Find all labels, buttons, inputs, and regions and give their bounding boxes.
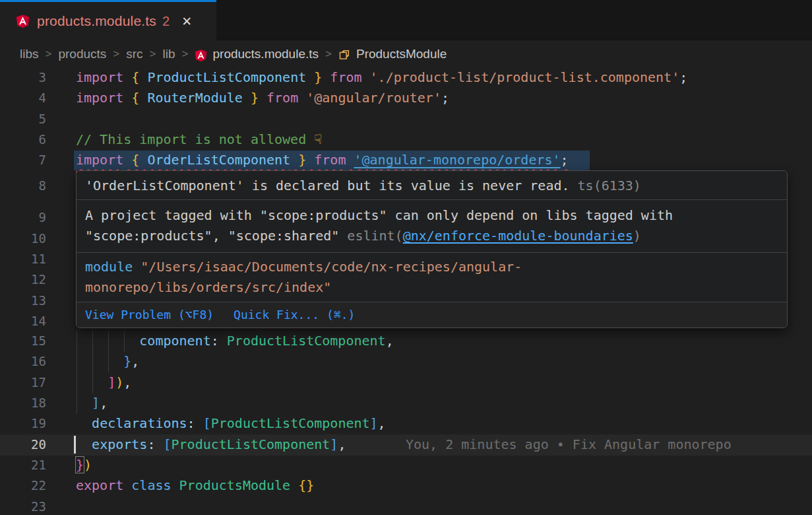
line-number-15: 15: [0, 331, 46, 352]
token: from: [266, 90, 298, 106]
code-line-22[interactable]: 22export class ProductsModule {}: [0, 475, 812, 497]
code-line-20[interactable]: 20 exports: [ProductListComponent],You, …: [0, 434, 812, 456]
line-number-6: 6: [0, 129, 46, 151]
code-text[interactable]: },: [76, 351, 139, 372]
breadcrumb-separator: >: [325, 48, 332, 61]
token: [322, 69, 330, 85]
line-number-13: 13: [0, 291, 46, 312]
breadcrumb-item-libs[interactable]: libs: [20, 47, 39, 61]
angular-icon: [195, 49, 207, 62]
code-line-19[interactable]: 19 declarations: [ProductListComponent],: [0, 413, 812, 434]
code-text[interactable]: }): [76, 455, 92, 475]
token: [306, 69, 314, 85]
code-text[interactable]: ]),: [76, 372, 131, 393]
token: '@angular-monorepo/orders': [354, 152, 561, 168]
code-text[interactable]: ],: [76, 393, 108, 413]
token: [133, 259, 141, 275]
token: }: [251, 90, 259, 106]
breadcrumb-separator: >: [150, 48, 156, 61]
token: "/Users/isaac/Documents/code/nx-recipes/…: [141, 259, 522, 275]
token: }: [298, 152, 306, 168]
code-line-21[interactable]: 21}): [0, 455, 812, 476]
token: import: [76, 90, 123, 106]
code-line-18[interactable]: 18 ],: [0, 393, 812, 414]
hover-action-quick-fix[interactable]: Quick Fix... (⌘.): [234, 304, 355, 325]
token: :: [187, 415, 195, 431]
vscode-window: products.module.ts 2 ✕ libs>products>src…: [0, 0, 812, 515]
token: ): [633, 228, 641, 244]
token: ): [115, 374, 123, 390]
line-number-10: 10: [0, 228, 46, 250]
angular-icon: [16, 14, 30, 28]
token: [76, 374, 108, 390]
token: [362, 69, 370, 85]
code-line-17[interactable]: 17 ]),: [0, 372, 812, 394]
code-text[interactable]: // This import is not allowed ☟: [76, 129, 322, 150]
hover-action-view-problem[interactable]: View Problem (⌥F8): [85, 304, 214, 325]
token: [123, 152, 131, 168]
token: [123, 90, 131, 106]
breadcrumb-item-src[interactable]: src: [126, 47, 142, 61]
token: }: [314, 69, 322, 85]
code-text[interactable]: declarations: [ProductListComponent],: [76, 413, 386, 434]
token: [76, 415, 92, 431]
code-text[interactable]: exports: [ProductListComponent],: [76, 434, 346, 455]
code-line-7[interactable]: 7import { OrderListComponent } from '@an…: [0, 150, 812, 171]
line-number-11: 11: [0, 249, 46, 270]
token: ,: [338, 436, 346, 452]
token: RouterModule: [147, 90, 243, 106]
token: ProductListComponent: [172, 436, 330, 452]
token: [139, 90, 147, 106]
token: [172, 477, 179, 493]
token: {: [131, 69, 139, 85]
hover-rule-link[interactable]: @nx/enforce-module-boundaries: [403, 228, 633, 244]
breadcrumb-item-products[interactable]: products: [58, 47, 106, 61]
hover-message-eslint: A project tagged with "scope:products" c…: [77, 200, 787, 253]
line-number-3: 3: [0, 67, 46, 88]
code-line-3[interactable]: 3import { ProductListComponent } from '.…: [0, 67, 812, 88]
token: 'OrderListComponent' is declared but its…: [85, 178, 578, 193]
token: [76, 436, 92, 452]
token: [76, 353, 123, 369]
token: [76, 395, 92, 411]
breadcrumb-item-products-module-ts[interactable]: products.module.ts: [212, 47, 319, 61]
code-line-23[interactable]: 23: [0, 497, 812, 515]
tab-title: products.module.ts: [37, 13, 156, 29]
breadcrumb-separator: >: [46, 48, 52, 61]
token: [219, 333, 227, 349]
breadcrumb-item-productsmodule[interactable]: ProductsModule: [356, 47, 447, 61]
tab-close-icon[interactable]: ✕: [181, 14, 192, 29]
code-line-5[interactable]: 5: [0, 109, 812, 130]
code-text[interactable]: export class ProductsModule {}: [76, 475, 314, 496]
breadcrumb: libs>products>src>lib>products.module.ts…: [0, 41, 812, 67]
code-line-15[interactable]: 15 component: ProductListComponent,: [0, 331, 812, 352]
hover-line: 'OrderListComponent' is declared but its…: [85, 176, 787, 196]
git-blame-annotation: You, 2 minutes ago • Fix Angular monorep…: [406, 434, 732, 455]
token: }: [123, 353, 131, 369]
token: ProductListComponent: [227, 333, 386, 349]
token: ;: [679, 69, 687, 85]
code-line-6[interactable]: 6// This import is not allowed ☟: [0, 129, 812, 151]
hover-status-bar: View Problem (⌥F8)Quick Fix... (⌘.): [77, 302, 787, 327]
hover-line: A project tagged with "scope:products" c…: [85, 205, 787, 226]
tab-products-module[interactable]: products.module.ts 2 ✕: [0, 0, 216, 40]
code-text[interactable]: import { ProductListComponent } from './…: [76, 67, 687, 88]
code-text[interactable]: component: ProductListComponent,: [76, 331, 394, 351]
code-line-16[interactable]: 16 },: [0, 351, 812, 372]
token: {}: [298, 477, 314, 493]
code-text[interactable]: import { RouterModule } from '@angular/r…: [76, 88, 449, 108]
line-number-21: 21: [0, 455, 46, 476]
line-number-9: 9: [0, 207, 46, 228]
token: [290, 152, 298, 168]
error-hover-widget: 'OrderListComponent' is declared but its…: [76, 170, 788, 328]
token: declarations: [92, 415, 187, 431]
line-number-14: 14: [0, 311, 46, 332]
token: [290, 477, 298, 493]
token: {: [131, 152, 139, 168]
line-number-8: 8: [0, 176, 46, 197]
token: class: [131, 477, 171, 493]
token: ,: [123, 374, 131, 390]
code-text[interactable]: import { OrderListComponent } from '@ang…: [76, 150, 569, 170]
breadcrumb-item-lib[interactable]: lib: [163, 47, 175, 61]
code-line-4[interactable]: 4import { RouterModule } from '@angular/…: [0, 88, 812, 109]
